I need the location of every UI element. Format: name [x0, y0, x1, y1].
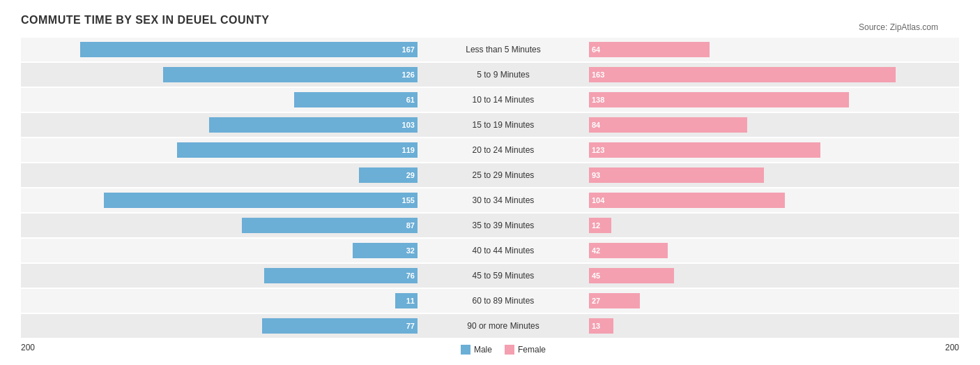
value-male: 167 — [402, 45, 415, 54]
row-label: 10 to 14 Minutes — [418, 95, 589, 105]
bar-male: 103 — [209, 117, 418, 133]
value-male: 29 — [406, 171, 415, 179]
chart-row: 29 25 to 29 Minutes 93 — [21, 163, 959, 187]
bar-female: 12 — [589, 218, 611, 233]
value-female: 45 — [592, 271, 600, 280]
row-label: 40 to 44 Minutes — [418, 246, 589, 255]
row-label: 90 or more Minutes — [418, 321, 589, 331]
chart-row: 61 10 to 14 Minutes 138 — [21, 88, 959, 112]
bar-female: 27 — [589, 293, 640, 308]
value-female: 64 — [592, 45, 600, 54]
right-section: 27 — [589, 289, 959, 313]
right-section: 93 — [589, 163, 959, 187]
row-label: 60 to 89 Minutes — [418, 296, 589, 306]
bar-female: 163 — [589, 67, 896, 82]
value-female: 84 — [592, 121, 600, 129]
value-male: 32 — [406, 246, 415, 255]
chart-row: 76 45 to 59 Minutes 45 — [21, 264, 959, 288]
axis-left: 200 — [21, 343, 418, 352]
bar-male: 11 — [395, 293, 418, 308]
value-female: 27 — [592, 297, 600, 305]
bar-male: 61 — [294, 92, 418, 107]
chart-row: 119 20 to 24 Minutes 123 — [21, 138, 959, 162]
value-female: 163 — [592, 70, 604, 79]
left-section: 119 — [21, 138, 418, 162]
row-label: 25 to 29 Minutes — [418, 170, 589, 180]
bar-female: 93 — [589, 167, 764, 183]
chart-row: 87 35 to 39 Minutes 12 — [21, 214, 959, 237]
bottom-row: 200 Male Female 200 — [21, 341, 959, 355]
row-label: Less than 5 Minutes — [418, 45, 589, 54]
value-female: 138 — [592, 96, 604, 104]
bar-male: 119 — [177, 142, 418, 158]
value-male: 77 — [406, 322, 415, 330]
female-label: Female — [518, 345, 546, 355]
row-label: 20 to 24 Minutes — [418, 145, 589, 155]
bar-female: 123 — [589, 142, 820, 158]
bar-female: 138 — [589, 92, 849, 107]
bar-male: 155 — [104, 193, 418, 208]
value-male: 61 — [406, 96, 415, 104]
value-male: 76 — [406, 271, 415, 280]
right-section: 12 — [589, 214, 959, 237]
female-color-box — [505, 345, 514, 355]
chart-title: COMMUTE TIME BY SEX IN DEUEL COUNTY — [21, 14, 959, 27]
left-section: 32 — [21, 239, 418, 262]
chart-row: 126 5 to 9 Minutes 163 — [21, 63, 959, 87]
value-female: 104 — [592, 196, 604, 204]
value-male: 126 — [402, 70, 415, 79]
right-section: 104 — [589, 188, 959, 212]
bar-female: 42 — [589, 243, 668, 258]
legend-female: Female — [505, 345, 546, 355]
left-section: 87 — [21, 214, 418, 237]
left-section: 29 — [21, 163, 418, 187]
bar-male: 87 — [242, 218, 418, 233]
chart-row: 77 90 or more Minutes 13 — [21, 314, 959, 338]
row-label: 45 to 59 Minutes — [418, 271, 589, 281]
row-label: 35 to 39 Minutes — [418, 221, 589, 230]
chart-row: 11 60 to 89 Minutes 27 — [21, 289, 959, 313]
value-male: 11 — [406, 297, 415, 305]
bar-male: 29 — [359, 167, 418, 183]
bar-female: 64 — [589, 42, 710, 57]
bar-female: 104 — [589, 193, 785, 208]
bar-male: 76 — [264, 268, 418, 283]
right-section: 64 — [589, 38, 959, 61]
left-section: 11 — [21, 289, 418, 313]
left-section: 126 — [21, 63, 418, 87]
bar-male: 167 — [80, 42, 418, 57]
row-label: 30 to 34 Minutes — [418, 195, 589, 205]
left-section: 61 — [21, 88, 418, 112]
value-female: 13 — [592, 322, 600, 330]
row-label: 15 to 19 Minutes — [418, 120, 589, 130]
right-section: 13 — [589, 314, 959, 338]
value-male: 87 — [406, 221, 415, 230]
value-male: 119 — [402, 146, 415, 154]
left-section: 155 — [21, 188, 418, 212]
bar-male: 126 — [163, 67, 418, 82]
chart-area: 167 Less than 5 Minutes 64 126 5 to 9 Mi… — [21, 38, 959, 355]
chart-row: 167 Less than 5 Minutes 64 — [21, 38, 959, 61]
left-section: 76 — [21, 264, 418, 288]
chart-row: 32 40 to 44 Minutes 42 — [21, 239, 959, 262]
left-section: 77 — [21, 314, 418, 338]
left-section: 167 — [21, 38, 418, 61]
chart-row: 103 15 to 19 Minutes 84 — [21, 113, 959, 137]
bar-female: 13 — [589, 318, 613, 334]
right-section: 138 — [589, 88, 959, 112]
bar-female: 84 — [589, 117, 747, 133]
right-section: 123 — [589, 138, 959, 162]
legend-male: Male — [461, 345, 492, 355]
bar-male: 77 — [262, 318, 418, 334]
row-label: 5 to 9 Minutes — [418, 70, 589, 80]
right-section: 45 — [589, 264, 959, 288]
axis-right: 200 — [589, 343, 959, 352]
value-male: 103 — [402, 121, 415, 129]
bar-male: 32 — [353, 243, 418, 258]
male-color-box — [461, 345, 470, 355]
source-label: Source: ZipAtlas.com — [859, 22, 938, 32]
value-female: 93 — [592, 171, 600, 179]
chart-row: 155 30 to 34 Minutes 104 — [21, 188, 959, 212]
value-female: 123 — [592, 146, 604, 154]
right-section: 42 — [589, 239, 959, 262]
